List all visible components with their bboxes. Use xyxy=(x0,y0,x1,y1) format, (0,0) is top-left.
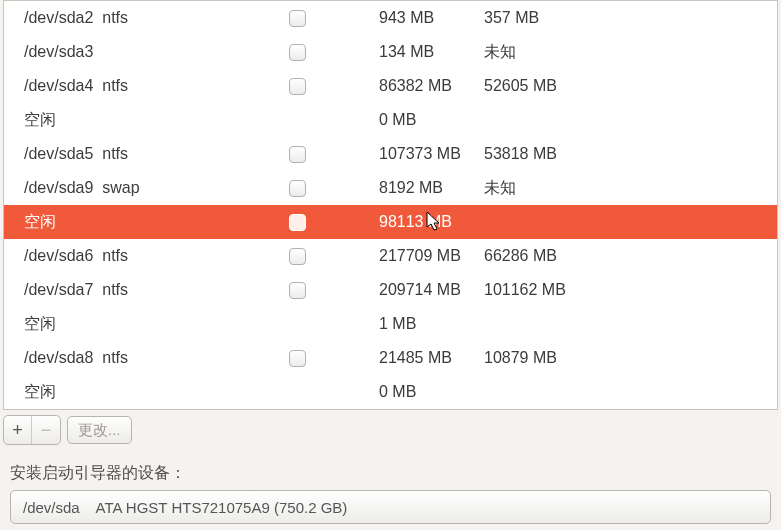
used-cell: 52605 MB xyxy=(484,77,584,95)
format-cell xyxy=(289,180,379,197)
partition-row[interactable]: /dev/sda5 ntfs107373 MB53818 MB xyxy=(4,137,777,171)
format-cell xyxy=(289,282,379,299)
partition-row[interactable]: /dev/sda6 ntfs217709 MB66286 MB xyxy=(4,239,777,273)
partition-row[interactable]: /dev/sda3134 MB未知 xyxy=(4,35,777,69)
used-cell: 未知 xyxy=(484,42,584,63)
format-checkbox[interactable] xyxy=(289,44,306,61)
device-cell: /dev/sda6 ntfs xyxy=(24,247,289,265)
format-cell xyxy=(289,146,379,163)
device-cell: 空闲 xyxy=(24,314,289,335)
size-cell: 209714 MB xyxy=(379,281,484,299)
device-cell: /dev/sda5 ntfs xyxy=(24,145,289,163)
device-cell: /dev/sda9 swap xyxy=(24,179,289,197)
format-checkbox[interactable] xyxy=(289,146,306,163)
used-cell: 53818 MB xyxy=(484,145,584,163)
device-cell: 空闲 xyxy=(24,212,289,233)
bootloader-device-select[interactable]: /dev/sda ATA HGST HTS721075A9 (750.2 GB) xyxy=(10,490,771,524)
device-cell: /dev/sda4 ntfs xyxy=(24,77,289,95)
partition-row[interactable]: /dev/sda8 ntfs21485 MB10879 MB xyxy=(4,341,777,375)
format-checkbox[interactable] xyxy=(289,180,306,197)
partition-row[interactable]: 空闲0 MB xyxy=(4,375,777,409)
device-cell: 空闲 xyxy=(24,382,289,403)
partition-row[interactable]: 空闲1 MB xyxy=(4,307,777,341)
format-cell xyxy=(289,44,379,61)
partition-row[interactable]: /dev/sda7 ntfs209714 MB101162 MB xyxy=(4,273,777,307)
used-cell: 10879 MB xyxy=(484,349,584,367)
size-cell: 107373 MB xyxy=(379,145,484,163)
format-cell xyxy=(289,78,379,95)
size-cell: 0 MB xyxy=(379,383,484,401)
size-cell: 134 MB xyxy=(379,43,484,61)
size-cell: 1 MB xyxy=(379,315,484,333)
format-cell xyxy=(289,350,379,367)
add-remove-group: + − xyxy=(3,415,61,445)
partition-row[interactable]: /dev/sda9 swap8192 MB未知 xyxy=(4,171,777,205)
used-cell: 66286 MB xyxy=(484,247,584,265)
device-cell: /dev/sda7 ntfs xyxy=(24,281,289,299)
partition-toolbar: + − 更改... xyxy=(3,415,778,445)
format-cell xyxy=(289,10,379,27)
size-cell: 943 MB xyxy=(379,9,484,27)
used-cell: 101162 MB xyxy=(484,281,584,299)
add-partition-button[interactable]: + xyxy=(4,416,32,444)
remove-partition-button[interactable]: − xyxy=(32,416,60,444)
device-cell: 空闲 xyxy=(24,110,289,131)
partition-row[interactable]: /dev/sda2 ntfs943 MB357 MB xyxy=(4,1,777,35)
device-cell: /dev/sda2 ntfs xyxy=(24,9,289,27)
partition-row[interactable]: 空闲98113 MB xyxy=(4,205,777,239)
size-cell: 86382 MB xyxy=(379,77,484,95)
format-checkbox[interactable] xyxy=(289,214,306,231)
change-partition-button[interactable]: 更改... xyxy=(67,416,132,444)
format-checkbox[interactable] xyxy=(289,78,306,95)
format-checkbox[interactable] xyxy=(289,248,306,265)
used-cell: 未知 xyxy=(484,178,584,199)
size-cell: 0 MB xyxy=(379,111,484,129)
format-checkbox[interactable] xyxy=(289,10,306,27)
partition-row[interactable]: 空闲0 MB xyxy=(4,103,777,137)
device-cell: /dev/sda3 xyxy=(24,43,289,61)
format-cell xyxy=(289,214,379,231)
device-cell: /dev/sda8 ntfs xyxy=(24,349,289,367)
format-checkbox[interactable] xyxy=(289,350,306,367)
size-cell: 217709 MB xyxy=(379,247,484,265)
size-cell: 21485 MB xyxy=(379,349,484,367)
used-cell: 357 MB xyxy=(484,9,584,27)
size-cell: 8192 MB xyxy=(379,179,484,197)
partition-row[interactable]: /dev/sda4 ntfs86382 MB52605 MB xyxy=(4,69,777,103)
format-cell xyxy=(289,248,379,265)
format-checkbox[interactable] xyxy=(289,282,306,299)
size-cell: 98113 MB xyxy=(379,213,484,231)
bootloader-label: 安装启动引导器的设备： xyxy=(10,463,771,484)
partition-table[interactable]: /dev/sda2 ntfs943 MB357 MB/dev/sda3134 M… xyxy=(3,0,778,410)
